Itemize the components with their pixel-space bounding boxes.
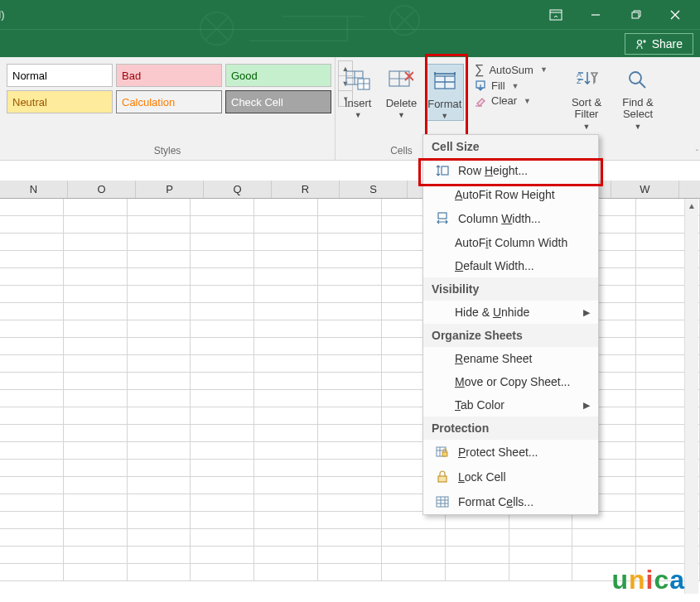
menu-autofit-col[interactable]: AutoFit Column Width (423, 231, 598, 254)
cell[interactable] (254, 199, 318, 215)
autosum-button[interactable]: ∑ AutoSum ▼ (475, 62, 548, 77)
menu-row-height[interactable]: Row Height... (423, 158, 598, 183)
col-header[interactable]: N (0, 181, 68, 198)
cell[interactable] (191, 338, 254, 354)
cell[interactable] (191, 460, 254, 476)
cell[interactable] (0, 216, 64, 233)
cell[interactable] (128, 286, 191, 302)
cell[interactable] (191, 286, 254, 302)
cell[interactable] (0, 251, 64, 267)
style-normal[interactable]: Normal (7, 64, 113, 87)
cell[interactable] (254, 390, 318, 407)
cell[interactable] (128, 268, 191, 285)
cell[interactable] (128, 442, 191, 459)
cell[interactable] (318, 564, 382, 580)
cell[interactable] (128, 494, 191, 511)
style-calculation[interactable]: Calculation (116, 90, 222, 113)
cell[interactable] (318, 477, 382, 494)
cell[interactable] (191, 355, 254, 372)
cell[interactable] (382, 564, 446, 580)
cell[interactable] (254, 529, 318, 546)
cell[interactable] (318, 320, 382, 337)
cell[interactable] (254, 303, 318, 320)
menu-move-copy[interactable]: Move or Copy Sheet... (423, 370, 598, 393)
cell[interactable] (254, 355, 318, 372)
cell[interactable] (0, 512, 64, 528)
cell[interactable] (0, 355, 64, 372)
cell[interactable] (128, 460, 191, 476)
cell[interactable] (572, 529, 636, 546)
cell[interactable] (254, 234, 318, 250)
cell[interactable] (0, 286, 64, 302)
minimize-button[interactable] (576, 2, 616, 27)
cell[interactable] (318, 512, 382, 528)
cell[interactable] (318, 216, 382, 233)
cell[interactable] (64, 320, 128, 337)
menu-protect-sheet[interactable]: Protect Sheet... (423, 440, 598, 465)
cell[interactable] (64, 286, 128, 302)
scroll-up-icon[interactable]: ▲ (685, 199, 698, 213)
style-good[interactable]: Good (225, 64, 331, 87)
cell[interactable] (128, 199, 191, 215)
cell[interactable] (191, 320, 254, 337)
style-neutral[interactable]: Neutral (7, 90, 113, 113)
cell[interactable] (318, 268, 382, 285)
cell[interactable] (128, 529, 191, 546)
cell[interactable] (191, 564, 254, 580)
cell[interactable] (128, 477, 191, 494)
cell[interactable] (318, 460, 382, 476)
vertical-scrollbar[interactable]: ▲ (684, 199, 698, 594)
cell[interactable] (446, 547, 509, 563)
cell[interactable] (0, 373, 64, 389)
cell[interactable] (128, 564, 191, 580)
cell[interactable] (382, 529, 446, 546)
cell[interactable] (191, 251, 254, 267)
cell[interactable] (191, 547, 254, 563)
cell[interactable] (0, 338, 64, 354)
cell[interactable] (0, 303, 64, 320)
cell[interactable] (254, 564, 318, 580)
cell[interactable] (64, 477, 128, 494)
cell[interactable] (128, 338, 191, 354)
cell[interactable] (318, 407, 382, 424)
share-button[interactable]: Share (625, 33, 693, 55)
ribbon-collapse-icon[interactable]: ˇ (696, 149, 698, 158)
cell[interactable] (254, 286, 318, 302)
cell[interactable] (64, 355, 128, 372)
cell[interactable] (128, 320, 191, 337)
cell[interactable] (0, 494, 64, 511)
cell[interactable] (0, 564, 64, 580)
cell[interactable] (64, 494, 128, 511)
cell[interactable] (0, 234, 64, 250)
cell[interactable] (64, 268, 128, 285)
cell[interactable] (382, 547, 446, 563)
cell[interactable] (0, 460, 64, 476)
cell[interactable] (318, 442, 382, 459)
cell[interactable] (128, 547, 191, 563)
clear-button[interactable]: Clear ▼ (475, 94, 531, 107)
cell[interactable] (191, 303, 254, 320)
menu-autofit-row[interactable]: AutoFit Row Height (423, 183, 598, 206)
cell[interactable] (318, 390, 382, 407)
cell[interactable] (318, 286, 382, 302)
cell[interactable] (446, 529, 509, 546)
cell[interactable] (254, 320, 318, 337)
cell[interactable] (254, 407, 318, 424)
cell[interactable] (254, 338, 318, 354)
cell[interactable] (64, 338, 128, 354)
cell[interactable] (509, 547, 573, 563)
cell[interactable] (191, 494, 254, 511)
insert-button[interactable]: Insert ▼ (339, 64, 377, 119)
cell[interactable] (64, 234, 128, 250)
cell[interactable] (64, 303, 128, 320)
fill-button[interactable]: Fill ▼ (475, 79, 519, 92)
cell[interactable] (128, 216, 191, 233)
cell[interactable] (128, 390, 191, 407)
close-button[interactable] (655, 2, 695, 27)
cell[interactable] (318, 251, 382, 267)
style-check-cell[interactable]: Check Cell (225, 90, 331, 113)
cell[interactable] (254, 251, 318, 267)
sort-filter-button[interactable]: AZ Sort & Filter ▼ (564, 64, 609, 131)
cell[interactable] (64, 407, 128, 424)
cell[interactable] (0, 199, 64, 215)
